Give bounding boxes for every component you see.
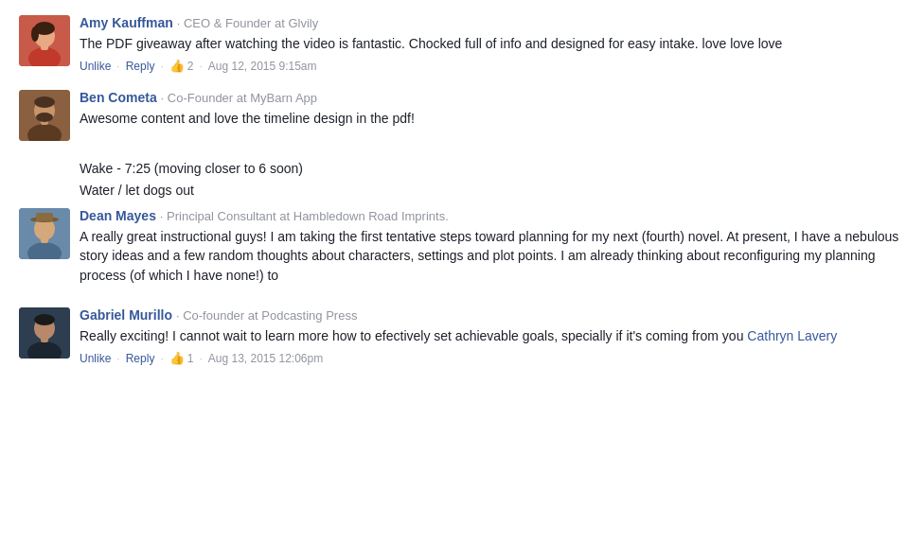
comment-header-gabriel: Gabriel Murillo · Co-founder at Podcasti… <box>80 307 905 323</box>
wake-line-1: Wake - 7:25 (moving closer to 6 soon) <box>80 158 905 179</box>
comment-text-gabriel: Really exciting! I cannot wait to learn … <box>80 326 905 345</box>
reply-link-amy[interactable]: Reply <box>126 60 155 73</box>
comment-gabriel: Gabriel Murillo · Co-founder at Podcasti… <box>19 307 905 365</box>
author-name-dean: Dean Mayes <box>80 208 156 223</box>
comment-header-ben: Ben Cometa · Co-Founder at MyBarn App <box>80 90 905 105</box>
comment-header-dean: Dean Mayes · Principal Consultant at Ham… <box>80 208 905 223</box>
author-name-gabriel: Gabriel Murillo <box>80 307 172 323</box>
gabriel-text-part1: Really exciting! I cannot wait to learn … <box>80 328 747 343</box>
avatar-ben <box>19 90 70 141</box>
cathryn-lavery-link[interactable]: Cathryn Lavery <box>747 328 837 343</box>
author-role-amy: · CEO & Founder at Glvily <box>177 16 319 30</box>
like-count-amy: 👍 2 <box>169 59 194 73</box>
svg-point-22 <box>34 314 55 325</box>
comment-dean: Dean Mayes · Principal Consultant at Ham… <box>19 208 905 290</box>
comment-content-ben: Ben Cometa · Co-Founder at MyBarn App Aw… <box>80 90 905 133</box>
like-count-gabriel: 👍 1 <box>169 351 194 365</box>
svg-point-10 <box>34 96 55 108</box>
comment-text-dean: A really great instructional guys! I am … <box>80 227 905 285</box>
comment-text-ben: Awesome content and love the timeline de… <box>80 109 905 128</box>
comment-amy: Amy Kauffman · CEO & Founder at Glvily T… <box>19 15 905 73</box>
avatar-dean <box>19 208 70 259</box>
comment-content-gabriel: Gabriel Murillo · Co-founder at Podcasti… <box>80 307 905 365</box>
svg-point-5 <box>31 26 39 42</box>
comment-meta-gabriel: Unlike · Reply · 👍 1 · Aug 13, 2015 12:0… <box>80 351 905 365</box>
comment-text-amy: The PDF giveaway after watching the vide… <box>80 34 905 53</box>
author-role-gabriel: · Co-founder at Podcasting Press <box>176 308 358 323</box>
date-gabriel: Aug 13, 2015 12:06pm <box>208 352 323 365</box>
comment-content-amy: Amy Kauffman · CEO & Founder at Glvily T… <box>80 15 905 73</box>
avatar-amy <box>19 15 70 66</box>
wake-text: Wake - 7:25 (moving closer to 6 soon) Wa… <box>80 158 905 201</box>
wake-line-2: Water / let dogs out <box>80 180 905 201</box>
unlike-link-amy[interactable]: Unlike <box>80 60 111 73</box>
thumbs-up-icon-amy: 👍 <box>169 59 185 73</box>
comment-header-amy: Amy Kauffman · CEO & Founder at Glvily <box>80 15 905 30</box>
author-name-amy: Amy Kauffman <box>80 15 173 30</box>
unlike-link-gabriel[interactable]: Unlike <box>80 352 111 365</box>
date-amy: Aug 12, 2015 9:15am <box>208 60 317 73</box>
comment-ben: Ben Cometa · Co-Founder at MyBarn App Aw… <box>19 90 905 141</box>
reply-link-gabriel[interactable]: Reply <box>126 352 155 365</box>
comment-meta-amy: Unlike · Reply · 👍 2 · Aug 12, 2015 9:15… <box>80 59 905 73</box>
svg-point-11 <box>36 113 53 122</box>
svg-rect-17 <box>36 213 53 221</box>
thumbs-up-icon-gabriel: 👍 <box>169 351 185 365</box>
comment-content-dean: Dean Mayes · Principal Consultant at Ham… <box>80 208 905 290</box>
author-name-ben: Ben Cometa <box>80 90 157 105</box>
author-role-dean: · Principal Consultant at Hambledown Roa… <box>160 209 449 223</box>
author-role-ben: · Co-Founder at MyBarn App <box>161 91 317 105</box>
avatar-gabriel <box>19 307 70 359</box>
